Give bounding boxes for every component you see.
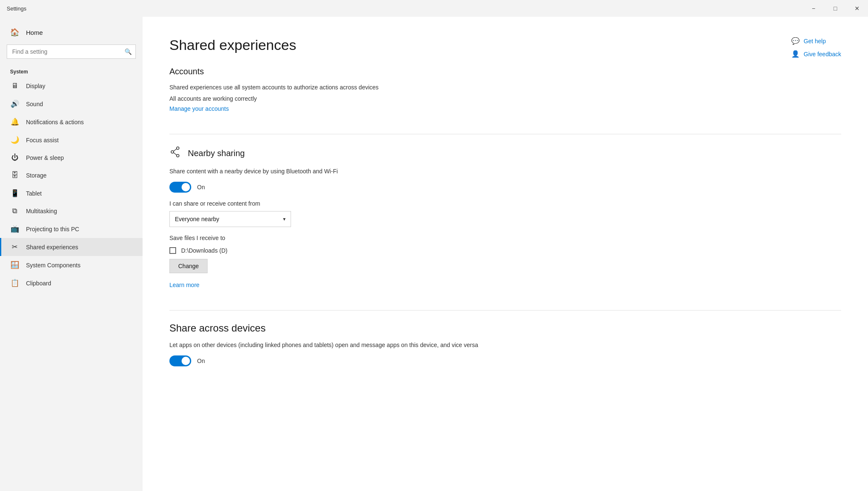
change-button[interactable]: Change: [169, 259, 208, 273]
window-controls: − □ ✕: [803, 0, 868, 17]
notifications-label: Notifications & actions: [26, 119, 84, 125]
save-location-row: D:\Downloads (D): [169, 247, 841, 254]
get-help-icon: 💬: [791, 37, 800, 45]
nearby-sharing-toggle-row: On: [169, 182, 841, 193]
share-from-dropdown[interactable]: Everyone nearby ▾: [169, 211, 291, 227]
home-label: Home: [26, 29, 43, 36]
multitasking-icon: ⧉: [10, 207, 19, 215]
dropdown-value: Everyone nearby: [175, 216, 219, 222]
sidebar-item-clipboard[interactable]: 📋 Clipboard: [0, 274, 143, 292]
focus-assist-label: Focus assist: [26, 137, 59, 144]
nearby-sharing-title: Nearby sharing: [188, 149, 245, 158]
system-components-icon: 🪟: [10, 261, 19, 269]
sidebar-item-notifications[interactable]: 🔔 Notifications & actions: [0, 113, 143, 131]
section-divider-1: [169, 134, 841, 134]
storage-label: Storage: [26, 172, 47, 179]
shared-experiences-label: Shared experiences: [26, 244, 78, 251]
save-location-checkbox[interactable]: [169, 247, 176, 254]
app-container: 🏠 Home 🔍 System 🖥 Display 🔊 Sound 🔔 Noti…: [0, 17, 868, 491]
share-across-toggle[interactable]: [169, 355, 191, 366]
shared-experiences-icon: ✂: [10, 243, 19, 251]
sidebar-item-tablet[interactable]: 📱 Tablet: [0, 184, 143, 202]
sound-icon: 🔊: [10, 99, 19, 108]
system-components-label: System Components: [26, 262, 81, 269]
give-feedback-icon: 👤: [791, 50, 800, 58]
svg-point-1: [177, 154, 179, 157]
learn-more-link[interactable]: Learn more: [169, 282, 200, 288]
clipboard-label: Clipboard: [26, 280, 51, 287]
sidebar-section-label: System: [0, 65, 143, 76]
sidebar-item-focus-assist[interactable]: 🌙 Focus assist: [0, 131, 143, 149]
sidebar-home[interactable]: 🏠 Home: [0, 24, 143, 41]
nearby-sharing-toggle-label: On: [197, 184, 205, 191]
help-links: 💬 Get help 👤 Give feedback: [791, 37, 842, 58]
save-files-label: Save files I receive to: [169, 235, 841, 241]
power-sleep-label: Power & sleep: [26, 154, 64, 161]
sidebar-item-system-components[interactable]: 🪟 System Components: [0, 256, 143, 274]
projecting-icon: 📺: [10, 225, 19, 233]
nav-items: 🖥 Display 🔊 Sound 🔔 Notifications & acti…: [0, 77, 143, 292]
share-from-label: I can share or receive content from: [169, 200, 841, 207]
nearby-sharing-description: Share content with a nearby device by us…: [169, 167, 513, 176]
display-icon: 🖥: [10, 82, 19, 90]
sidebar-item-display[interactable]: 🖥 Display: [0, 77, 143, 95]
give-feedback-link[interactable]: 👤 Give feedback: [791, 50, 842, 58]
sidebar-item-storage[interactable]: 🗄 Storage: [0, 167, 143, 184]
multitasking-label: Multitasking: [26, 208, 57, 214]
tablet-label: Tablet: [26, 190, 42, 197]
section-divider-2: [169, 310, 841, 311]
svg-line-3: [174, 149, 177, 151]
maximize-button[interactable]: □: [824, 0, 846, 17]
minimize-button[interactable]: −: [803, 0, 824, 17]
svg-point-2: [171, 151, 174, 153]
get-help-label: Get help: [804, 38, 826, 44]
get-help-link[interactable]: 💬 Get help: [791, 37, 842, 45]
content-area: Shared experiences 💬 Get help 👤 Give fee…: [143, 17, 868, 491]
save-location-label: D:\Downloads (D): [181, 247, 227, 254]
notifications-icon: 🔔: [10, 118, 19, 126]
sidebar-item-shared-experiences[interactable]: ✂ Shared experiences: [0, 238, 143, 256]
page-title: Shared experiences: [169, 37, 841, 53]
share-across-title: Share across devices: [169, 322, 841, 334]
accounts-status: All accounts are working correctly: [169, 95, 841, 102]
accounts-section-title: Accounts: [169, 67, 841, 76]
app-title: Settings: [7, 5, 26, 12]
search-input[interactable]: [7, 44, 136, 59]
storage-icon: 🗄: [10, 171, 19, 180]
manage-accounts-link[interactable]: Manage your accounts: [169, 105, 229, 112]
focus-assist-icon: 🌙: [10, 136, 19, 144]
nearby-sharing-toggle[interactable]: [169, 182, 191, 193]
sidebar-item-multitasking[interactable]: ⧉ Multitasking: [0, 202, 143, 220]
title-bar: Settings − □ ✕: [0, 0, 868, 17]
search-icon: 🔍: [125, 48, 132, 55]
nearby-sharing-heading: Nearby sharing: [169, 146, 841, 160]
clipboard-icon: 📋: [10, 279, 19, 287]
sidebar-item-projecting[interactable]: 📺 Projecting to this PC: [0, 220, 143, 238]
tablet-icon: 📱: [10, 189, 19, 198]
sound-label: Sound: [26, 101, 43, 107]
accounts-description: Shared experiences use all system accoun…: [169, 83, 513, 92]
share-across-toggle-row: On: [169, 355, 841, 366]
sidebar-item-power-sleep[interactable]: ⏻ Power & sleep: [0, 149, 143, 167]
power-sleep-icon: ⏻: [10, 154, 19, 162]
projecting-label: Projecting to this PC: [26, 226, 79, 232]
sidebar-item-sound[interactable]: 🔊 Sound: [0, 95, 143, 113]
sidebar: 🏠 Home 🔍 System 🖥 Display 🔊 Sound 🔔 Noti…: [0, 17, 143, 491]
close-button[interactable]: ✕: [846, 0, 868, 17]
share-across-toggle-label: On: [197, 358, 205, 364]
home-icon: 🏠: [10, 28, 19, 37]
display-label: Display: [26, 83, 45, 89]
nearby-sharing-icon: [169, 146, 181, 160]
chevron-down-icon: ▾: [283, 216, 286, 222]
search-box: 🔍: [7, 44, 136, 59]
give-feedback-label: Give feedback: [804, 51, 842, 57]
svg-point-0: [177, 147, 179, 149]
share-across-description: Let apps on other devices (including lin…: [169, 341, 513, 350]
svg-line-4: [174, 153, 177, 155]
